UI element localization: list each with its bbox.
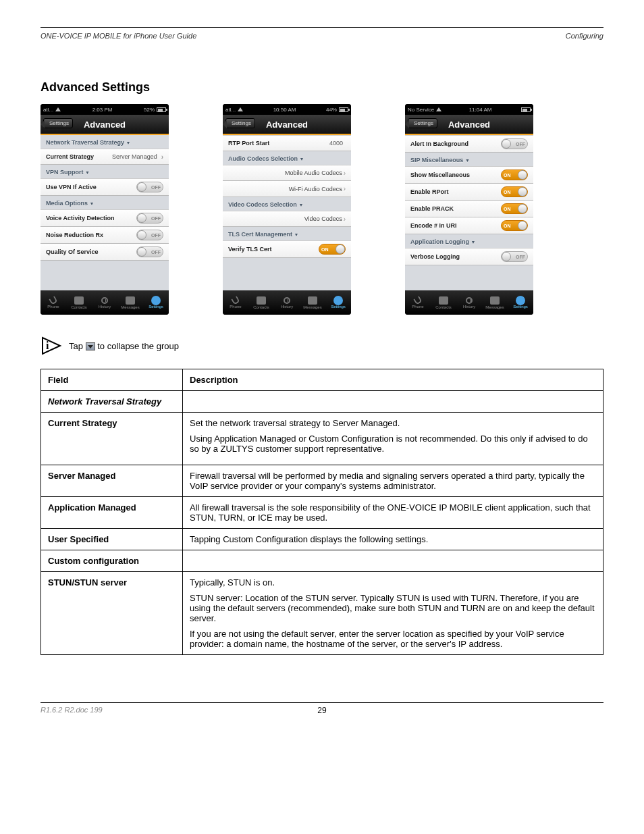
settings-row[interactable]: Use VPN If ActiveOFF: [41, 178, 169, 196]
info-text-before: Tap: [69, 341, 86, 351]
row-label: Voice Activity Detection: [46, 215, 115, 221]
settings-row[interactable]: Show MiscellaneousON: [405, 166, 533, 184]
row-value: 4000: [329, 140, 343, 147]
wifi-icon: [436, 107, 441, 111]
toggle-switch[interactable]: ON: [501, 186, 528, 197]
table-row: User SpecifiedTapping Custom Configurati…: [41, 529, 603, 550]
chevron-down-icon: ▼: [465, 158, 470, 163]
group-header[interactable]: Network Traversal Strategy ▼: [41, 135, 169, 149]
group-header[interactable]: Application Logging ▼: [405, 234, 533, 248]
tab-settings[interactable]: Settings: [508, 290, 533, 315]
row-label: Show Miscellaneous: [410, 172, 470, 178]
tab-settings[interactable]: Settings: [325, 290, 351, 315]
switch-text: ON: [504, 207, 511, 211]
settings-row[interactable]: Alert In BackgroundOFF: [405, 135, 533, 153]
description-cell: [183, 550, 603, 572]
table-row: Server ManagedFirewall traversal will be…: [41, 465, 603, 497]
group-header[interactable]: SIP Miscellaneous ▼: [405, 153, 533, 166]
settings-row[interactable]: Enable RPortON: [405, 184, 533, 201]
toggle-switch[interactable]: OFF: [136, 213, 163, 224]
contacts-icon: [257, 296, 266, 305]
tab-label: Contacts: [253, 305, 269, 309]
settings-row[interactable]: Encode # in URION: [405, 217, 533, 234]
tab-messages[interactable]: Messages: [482, 290, 508, 315]
svg-text:i: i: [46, 340, 49, 351]
description-cell: Firewall traversal will be performed by …: [183, 465, 603, 497]
group-header[interactable]: Media Options ▼: [41, 196, 169, 209]
settings-row[interactable]: RTP Port Start4000: [223, 135, 351, 151]
tab-phone[interactable]: Phone: [223, 290, 248, 315]
chevron-down-icon: ▼: [294, 232, 299, 237]
tab-history[interactable]: History: [456, 290, 482, 315]
tab-contacts[interactable]: Contacts: [66, 290, 92, 315]
chevron-down-icon: ▼: [471, 240, 476, 244]
tab-phone[interactable]: Phone: [405, 290, 431, 315]
group-header[interactable]: Audio Codecs Selection ▼: [223, 151, 351, 165]
group-header[interactable]: VPN Support ▼: [41, 165, 169, 178]
toggle-switch[interactable]: OFF: [501, 251, 528, 262]
table-row: Current StrategySet the network traversa…: [41, 413, 603, 465]
switch-text: OFF: [516, 255, 525, 259]
settings-row[interactable]: Mobile Audio Codecs›: [223, 165, 351, 181]
chevron-down-icon: ▼: [298, 203, 303, 207]
contacts-icon: [74, 296, 84, 305]
toggle-switch[interactable]: ON: [319, 244, 346, 255]
nav-bar: SettingsAdvanced: [41, 115, 169, 135]
tab-contacts[interactable]: Contacts: [248, 290, 274, 315]
tab-settings[interactable]: Settings: [143, 290, 169, 315]
row-label: Enable PRACK: [410, 205, 454, 212]
tab-history[interactable]: History: [92, 290, 117, 315]
settings-row[interactable]: Video Codecs›: [223, 211, 351, 227]
phone-icon: [413, 296, 423, 305]
tab-messages[interactable]: Messages: [117, 290, 143, 315]
settings-row[interactable]: Verify TLS CertON: [223, 240, 351, 258]
back-button[interactable]: Settings: [43, 118, 73, 128]
switch-text: ON: [504, 173, 511, 178]
back-button[interactable]: Settings: [225, 118, 255, 128]
toggle-switch[interactable]: OFF: [136, 230, 163, 240]
settings-row[interactable]: Quality Of ServiceOFF: [41, 244, 169, 261]
tab-contacts[interactable]: Contacts: [431, 290, 456, 315]
toggle-switch[interactable]: ON: [501, 203, 528, 214]
tab-label: Phone: [412, 305, 423, 309]
battery-label: 44%: [326, 107, 337, 113]
settings-row[interactable]: Noise Reduction RxOFF: [41, 227, 169, 244]
group-header[interactable]: Video Codecs Selection ▼: [223, 197, 351, 211]
back-button[interactable]: Settings: [408, 118, 437, 128]
toggle-switch[interactable]: ON: [501, 220, 528, 231]
nav-title: Advanced: [84, 120, 126, 130]
section-title: Advanced Settings: [41, 80, 603, 95]
settings-list: RTP Port Start4000Audio Codecs Selection…: [223, 135, 351, 290]
battery-icon: [157, 107, 166, 112]
settings-row[interactable]: Verbose LoggingOFF: [405, 248, 533, 265]
toggle-switch[interactable]: OFF: [501, 138, 528, 149]
tab-history[interactable]: History: [274, 290, 300, 315]
table-row: Custom configuration: [41, 550, 603, 572]
group-header[interactable]: TLS Cert Management ▼: [223, 227, 351, 240]
toggle-switch[interactable]: OFF: [136, 182, 163, 192]
settings-row[interactable]: Enable PRACKON: [405, 201, 533, 217]
doc-id: R1.6.2 R2.doc 199: [41, 706, 103, 714]
tab-messages[interactable]: Messages: [300, 290, 325, 315]
settings-row[interactable]: Current StrategyServer Managed›: [41, 149, 169, 165]
history-icon: [466, 297, 473, 304]
clock-label: 10:50 AM: [273, 107, 296, 113]
tab-label: Settings: [331, 305, 346, 309]
contacts-icon: [439, 296, 448, 305]
screenshots-row: atl... 2:03 PM 52%SettingsAdvancedNetwor…: [41, 104, 603, 315]
battery-label: 52%: [144, 107, 155, 113]
toggle-switch[interactable]: OFF: [136, 246, 163, 257]
settings-list: Alert In BackgroundOFFSIP Miscellaneous …: [405, 135, 533, 290]
history-icon: [101, 297, 108, 304]
switch-text: OFF: [151, 233, 161, 238]
switch-knob: [137, 230, 146, 240]
wifi-icon: [238, 107, 243, 111]
settings-row[interactable]: Voice Activity DetectionOFF: [41, 209, 169, 227]
toggle-switch[interactable]: ON: [501, 170, 528, 180]
battery-icon: [339, 107, 348, 112]
tab-phone[interactable]: Phone: [41, 290, 66, 315]
tab-bar: PhoneContactsHistoryMessagesSettings: [405, 290, 533, 315]
row-label: Alert In Background: [410, 140, 468, 147]
settings-row[interactable]: Wi-Fi Audio Codecs›: [223, 181, 351, 197]
carrier-label: No Service: [408, 107, 434, 113]
